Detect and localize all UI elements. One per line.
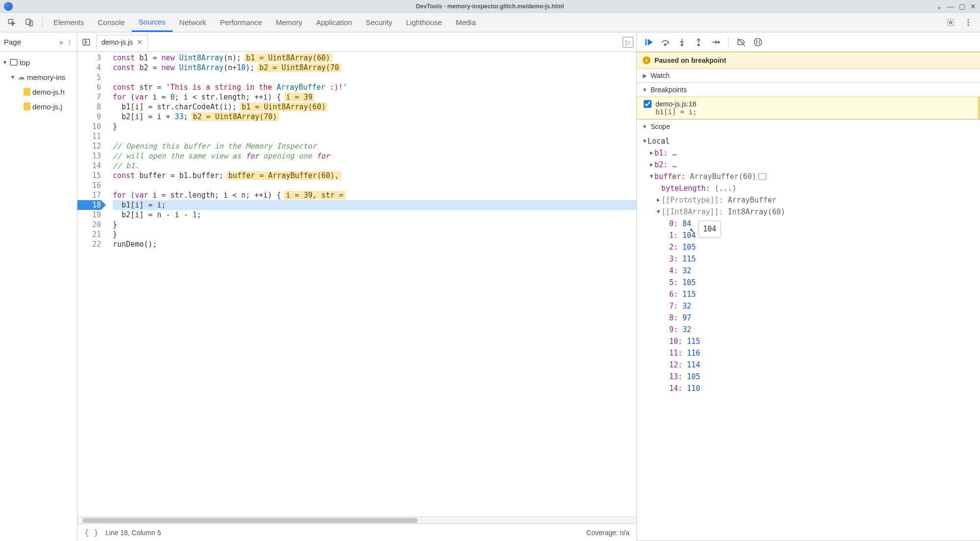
code-line[interactable]: // Opening this buffer in the Memory Ins…	[113, 141, 636, 151]
memory-inspector-icon[interactable]	[758, 173, 766, 180]
pretty-print-icon[interactable]: { }	[84, 528, 99, 537]
window-title: DevTools - memory-inspector.glitch.me/de…	[0, 3, 980, 10]
watch-section-header[interactable]: ▶Watch	[637, 69, 980, 82]
step-into-icon[interactable]	[675, 35, 689, 49]
code-line[interactable]: const b1 = new Uint8Array(n);b1 = Uint8A…	[113, 53, 636, 63]
paused-banner: i Paused on breakpoint	[637, 52, 980, 69]
scope-int8array[interactable]: ▼[[Int8Array]]: Int8Array(60)	[642, 206, 980, 218]
file-tab-label: demo-js.js	[101, 38, 133, 46]
code-line[interactable]: }	[113, 220, 636, 230]
code-editor[interactable]: const b1 = new Uint8Array(n);b1 = Uint8A…	[107, 52, 636, 516]
breakpoint-checkbox[interactable]	[644, 100, 652, 108]
chevron-down-icon[interactable]: ⌄	[936, 2, 942, 10]
svg-point-10	[664, 44, 666, 45]
close-icon[interactable]: ✕	[137, 38, 143, 46]
code-line[interactable]	[113, 180, 636, 190]
array-entry[interactable]: 11: 116	[642, 347, 980, 359]
gear-icon[interactable]	[944, 16, 957, 29]
tab-console[interactable]: Console	[91, 13, 132, 32]
tab-sources[interactable]: Sources	[132, 13, 173, 32]
line-gutter[interactable]: 345678910111213141516171819202122	[77, 52, 107, 516]
step-icon[interactable]	[708, 35, 722, 49]
code-line[interactable]: for (var i = str.length; i < n; ++i) {i …	[113, 190, 636, 200]
tab-application[interactable]: Application	[309, 13, 359, 32]
resume-icon[interactable]	[642, 35, 655, 49]
code-line[interactable]: b2[i] = i + 33;b2 = Uint8Array(70)	[113, 112, 636, 122]
step-over-icon[interactable]	[658, 35, 672, 49]
scope-buffer[interactable]: ▼buffer: ArrayBuffer(60)	[642, 171, 980, 182]
array-entry[interactable]: 4: 32	[642, 265, 980, 277]
minimize-icon[interactable]: —	[947, 2, 954, 10]
paused-message: Paused on breakpoint	[654, 56, 726, 64]
scope-b2[interactable]: ▶b2: …	[642, 159, 980, 171]
tab-network[interactable]: Network	[173, 13, 213, 32]
scope-prototype[interactable]: ▶[[Prototype]]: ArrayBuffer	[642, 194, 980, 206]
scope-body[interactable]: ▼Local ▶b1: … ▶b2: … ▼buffer: ArrayBuffe…	[637, 133, 980, 541]
page-tab[interactable]: Page	[4, 38, 21, 46]
window-titlebar: DevTools - memory-inspector.glitch.me/de…	[0, 0, 980, 13]
scope-local[interactable]: ▼Local	[642, 135, 980, 147]
value-tooltip: 104	[699, 221, 721, 237]
pause-on-exceptions-icon[interactable]	[751, 35, 765, 49]
step-out-icon[interactable]	[692, 35, 705, 49]
tab-memory[interactable]: Memory	[269, 13, 309, 32]
array-entry[interactable]: 8: 97	[642, 312, 980, 324]
kebab-menu-icon[interactable]	[961, 16, 975, 29]
more-tabs-icon[interactable]: »	[59, 38, 63, 46]
tab-lighthouse[interactable]: Lighthouse	[399, 13, 449, 32]
code-line[interactable]: b2[i] = n - i - 1;	[113, 210, 636, 220]
code-line[interactable]: }	[113, 230, 636, 239]
array-entry[interactable]: 14: 110	[642, 383, 980, 394]
array-entry[interactable]: 13: 105	[642, 371, 980, 383]
tab-performance[interactable]: Performance	[213, 13, 269, 32]
code-line[interactable]: const str = 'This is a string in the Arr…	[113, 82, 636, 92]
device-toolbar-icon[interactable]	[23, 16, 36, 29]
svg-rect-1	[26, 19, 30, 25]
array-entry[interactable]: 7: 32	[642, 300, 980, 312]
tree-domain[interactable]: ▼☁ memory-ins	[0, 70, 77, 84]
tree-file-js[interactable]: demo-js.j	[0, 99, 77, 114]
code-line[interactable]: b1[i] = str.charCodeAt(i);b1 = Uint8Arra…	[113, 102, 636, 112]
array-entry[interactable]: 10: 115	[642, 335, 980, 347]
tab-security[interactable]: Security	[359, 13, 399, 32]
tab-elements[interactable]: Elements	[47, 13, 91, 32]
code-line[interactable]: for (var i = 0; i < str.length; ++i) {i …	[113, 92, 636, 102]
array-entry[interactable]: 5: 105	[642, 277, 980, 288]
breakpoint-label: demo-js.js:18	[655, 100, 696, 108]
maximize-icon[interactable]: ▢	[959, 2, 965, 10]
horizontal-scrollbar[interactable]	[77, 516, 636, 523]
scope-bytelength[interactable]: byteLength: (...)	[642, 182, 980, 194]
array-entry[interactable]: 6: 115	[642, 288, 980, 300]
close-icon[interactable]: ✕	[970, 2, 976, 10]
scope-section-header[interactable]: ▼Scope	[637, 120, 980, 133]
breakpoint-item[interactable]: demo-js.js:18 b1[i] = i;	[637, 97, 980, 119]
tree-label-file: demo-js.h	[32, 88, 65, 96]
code-line[interactable]: }	[113, 122, 636, 131]
code-line[interactable]: b1[i] = i;	[113, 200, 636, 210]
toggle-navigator-icon[interactable]	[80, 36, 92, 48]
code-line[interactable]: runDemo();	[113, 239, 636, 249]
code-line[interactable]: // b1.	[113, 161, 636, 171]
scope-b1[interactable]: ▶b1: …	[642, 147, 980, 159]
code-line[interactable]	[113, 131, 636, 141]
breakpoints-section-header[interactable]: ▼Breakpoints	[637, 83, 980, 97]
code-line[interactable]: const buffer = b1.buffer;buffer = ArrayB…	[113, 171, 636, 180]
array-entry[interactable]: 2: 105	[642, 241, 980, 253]
tree-file-html[interactable]: demo-js.h	[0, 84, 77, 99]
svg-point-5	[968, 22, 969, 23]
array-entry[interactable]: 12: 114	[642, 359, 980, 371]
array-entry[interactable]: 9: 32	[642, 324, 980, 335]
array-entry[interactable]: 3: 115	[642, 253, 980, 265]
file-icon	[24, 103, 30, 110]
file-tab-demo-js[interactable]: demo-js.js ✕	[96, 35, 148, 50]
run-snippet-icon[interactable]: ▷	[623, 37, 633, 48]
code-line[interactable]: // will open the same view as for openin…	[113, 151, 636, 161]
inspect-element-icon[interactable]	[5, 16, 19, 29]
frame-icon	[10, 59, 18, 66]
tree-frame-top[interactable]: ▼ top	[0, 55, 77, 70]
deactivate-breakpoints-icon[interactable]	[734, 35, 748, 49]
tab-media[interactable]: Media	[449, 13, 483, 32]
code-line[interactable]: const b2 = new Uint8Array(n+10);b2 = Uin…	[113, 63, 636, 73]
kebab-menu-icon[interactable]: ⋮	[66, 38, 73, 46]
code-line[interactable]	[113, 73, 636, 82]
